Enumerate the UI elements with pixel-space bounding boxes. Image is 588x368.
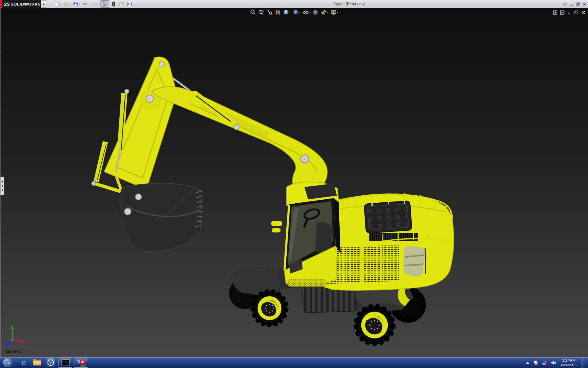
svg-text:W: W [81,361,84,364]
undo-button[interactable]: ▾ [91,0,100,8]
note-icon [119,1,124,7]
taskbar-command-prompt[interactable]: C:\_ [58,358,72,368]
view-orientation-button[interactable]: ▾ [282,9,291,16]
windows-orb-icon [5,360,11,366]
system-tray: 2:27 PM 6/26/2015 [526,357,588,368]
graphics-viewport[interactable]: ▾ ▾ ▾ ▾ ▾ *Dimetric [0,8,588,357]
close-button[interactable] [582,2,587,6]
minimize-button[interactable] [569,2,574,6]
step-platform [287,279,326,286]
logo-red-stripe [0,0,2,8]
apply-scene-button[interactable]: ▾ [320,9,329,16]
save-button[interactable]: ▾ [72,0,81,8]
ie-icon: e [21,358,26,367]
magnifier-area-icon [258,9,264,15]
svg-text:S: S [77,359,80,364]
hide-show-items-button[interactable]: ▾ [302,9,311,16]
hydraulic-cylinder [120,93,124,151]
new-button[interactable]: ▾ [53,0,62,8]
new-document-icon [54,1,59,7]
svg-text:2015: 2015 [80,364,86,367]
clock-date: 6/26/2015 [561,363,577,367]
edit-appearance-button[interactable] [312,9,319,16]
zoom-to-area-button[interactable] [258,9,265,16]
menu-flyout-button[interactable]: ▶ [42,0,46,8]
app-name: SOLIDWORKS [11,2,41,6]
magnifier-icon [250,9,256,15]
section-view-icon [275,9,281,15]
monitor-star-icon [330,9,337,15]
section-view-button[interactable] [274,9,281,16]
upper-body[interactable] [324,193,454,290]
clock-time: 2:27 PM [561,358,577,362]
doc-minimize-button[interactable] [567,10,571,15]
taskbar-solidworks[interactable]: S W 2015 [74,358,88,368]
folder-icon [33,360,41,366]
print-icon [82,1,88,7]
solidworks-logo-mark-icon: ЗS [3,2,10,7]
print-button[interactable]: ▾ [81,0,90,8]
eyeglasses-icon [303,9,309,15]
open-button[interactable]: ▾ [62,0,71,8]
taskbar-clock[interactable]: 2:27 PM 6/26/2015 [559,358,579,367]
network-error-icon[interactable] [541,360,548,366]
collapse-left-icon[interactable] [553,10,557,15]
sw-cube-icon: S W 2015 [77,358,86,367]
display-style-button[interactable]: ▾ [292,9,301,16]
zoom-to-fit-button[interactable] [249,9,257,16]
flag-error-icon[interactable] [533,360,538,366]
options-button[interactable]: ▾ [126,0,135,8]
help-button[interactable]: ?▾ [563,2,567,6]
solidworks-logo: ЗS SOLIDWORKS [0,0,41,8]
title-bar: ЗS SOLIDWORKS ▶ ▾ ▾ ▾ ▾ ▾ ▾ ▾ Digge [0,0,588,8]
seat [315,222,333,253]
document-title: Digger [Read-only] [334,0,365,8]
window-controls: ?▾ [563,0,587,8]
collapse-right-icon[interactable] [560,10,564,15]
front-right-wheel[interactable] [355,306,394,344]
document-window-controls [553,10,586,15]
heads-up-toolbar: ▾ ▾ ▾ ▾ ▾ [249,9,339,16]
front-left-wheel[interactable] [252,291,287,326]
taskbar-media-player[interactable] [45,357,56,368]
windows-taskbar: e C:\_ S W 2015 [0,357,588,368]
restore-button[interactable] [576,2,580,6]
main-toolbar: ▾ ▾ ▾ ▾ ▾ ▾ ▾ [53,0,135,8]
panel-splitter-handle[interactable] [0,177,4,195]
save-floppy-icon [73,1,78,7]
select-cursor-icon [101,1,107,7]
previous-view-button[interactable] [266,9,273,16]
chevron-up-icon[interactable] [526,361,530,364]
3d-scene[interactable] [0,8,588,357]
doc-restore-button[interactable] [574,10,579,15]
start-button[interactable] [3,358,13,367]
taskbar-windows-explorer[interactable] [31,357,43,368]
undo-icon [92,1,97,7]
view-orientation-label: *Dimetric [4,349,22,354]
traffic-light-icon [111,1,116,7]
appearance-sphere-icon [312,9,318,15]
engine-cover [364,201,412,233]
show-desktop-button[interactable] [582,357,586,368]
rebuild-button[interactable] [110,0,117,8]
speaker-icon[interactable] [551,360,556,365]
file-properties-button[interactable] [118,0,125,8]
scene-sphere-icon [321,9,327,15]
rear-window [404,246,426,277]
doc-close-button[interactable] [581,10,586,15]
shaded-cube-icon [293,9,299,15]
previous-view-icon [266,9,273,15]
view-settings-button[interactable]: ▾ [330,9,339,16]
view-cube-icon [283,9,289,15]
options-checklist-icon [127,1,132,7]
open-folder-icon [63,1,69,7]
select-button[interactable]: ▾ [100,0,109,8]
console-icon: C:\_ [61,359,70,366]
taskbar-internet-explorer[interactable]: e [18,357,29,368]
play-icon [47,358,55,367]
